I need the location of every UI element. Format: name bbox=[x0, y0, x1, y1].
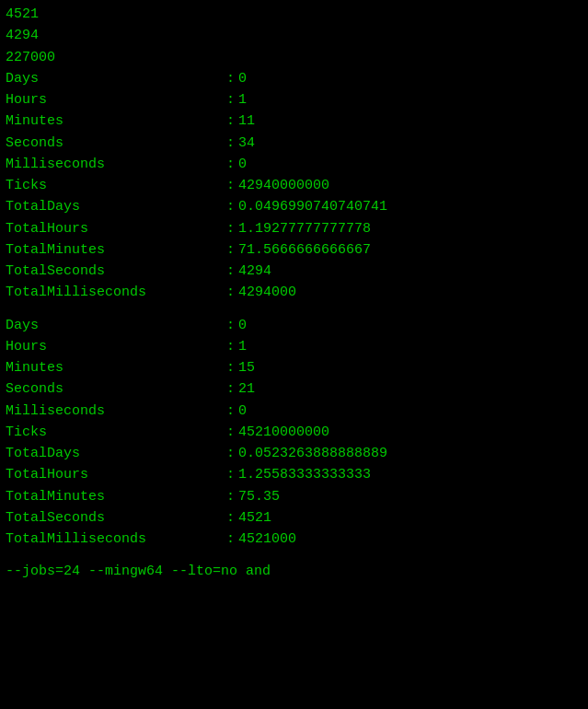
data-row: TotalMilliseconds:4521000 bbox=[6, 529, 582, 550]
row-label: TotalDays bbox=[6, 196, 226, 217]
row-colon: : bbox=[226, 529, 235, 550]
row-colon: : bbox=[226, 261, 235, 282]
data-row: Hours:1 bbox=[6, 336, 582, 357]
row-label: Minutes bbox=[6, 357, 226, 378]
block1: Days:0Hours:1Minutes:11Seconds:34Millise… bbox=[6, 68, 582, 304]
row-value: 42940000000 bbox=[238, 175, 329, 196]
row-label: Ticks bbox=[6, 422, 226, 443]
row-colon: : bbox=[226, 336, 235, 357]
row-colon: : bbox=[226, 133, 235, 154]
row-value: 4521 bbox=[238, 507, 271, 529]
row-value: 11 bbox=[238, 110, 255, 132]
row-value: 4521000 bbox=[238, 529, 296, 550]
row-value: 21 bbox=[238, 378, 255, 400]
row-value: 0 bbox=[238, 401, 247, 422]
row-label: Milliseconds bbox=[6, 401, 226, 422]
data-row: Milliseconds:0 bbox=[6, 401, 582, 422]
row-colon: : bbox=[226, 196, 235, 217]
row-colon: : bbox=[226, 282, 235, 303]
data-row: TotalSeconds:4521 bbox=[6, 507, 582, 529]
row-colon: : bbox=[226, 154, 235, 175]
row-label: Hours bbox=[6, 336, 226, 357]
data-row: Seconds:34 bbox=[6, 133, 582, 154]
data-row: Ticks:42940000000 bbox=[6, 175, 582, 196]
row-value: 1.19277777777778 bbox=[238, 218, 371, 239]
row-colon: : bbox=[226, 443, 235, 464]
row-label: TotalMinutes bbox=[6, 486, 226, 507]
row-colon: : bbox=[226, 239, 235, 261]
row-value: 0.0523263888888889 bbox=[238, 443, 387, 464]
row-label: Ticks bbox=[6, 175, 226, 196]
data-row: Minutes:11 bbox=[6, 110, 582, 132]
data-row: TotalHours:1.19277777777778 bbox=[6, 218, 582, 239]
header-line1: 4521 bbox=[6, 4, 582, 25]
row-label: Minutes bbox=[6, 110, 226, 132]
row-colon: : bbox=[226, 507, 235, 529]
row-label: Days bbox=[6, 68, 226, 89]
row-colon: : bbox=[226, 401, 235, 422]
data-row: Ticks:45210000000 bbox=[6, 422, 582, 443]
row-colon: : bbox=[226, 464, 235, 485]
row-value: 4294 bbox=[238, 261, 271, 282]
row-label: TotalDays bbox=[6, 443, 226, 464]
row-colon: : bbox=[226, 218, 235, 239]
row-value: 15 bbox=[238, 357, 255, 378]
header-line2: 4294 bbox=[6, 25, 582, 46]
data-row: Milliseconds:0 bbox=[6, 154, 582, 175]
row-label: Hours bbox=[6, 89, 226, 110]
row-colon: : bbox=[226, 315, 235, 336]
row-label: TotalMilliseconds bbox=[6, 282, 226, 303]
row-label: TotalHours bbox=[6, 464, 226, 485]
row-label: TotalSeconds bbox=[6, 507, 226, 529]
row-label: TotalHours bbox=[6, 218, 226, 239]
data-row: TotalDays:0.0523263888888889 bbox=[6, 443, 582, 464]
row-value: 1.25583333333333 bbox=[238, 464, 371, 485]
row-value: 75.35 bbox=[238, 486, 280, 507]
row-label: TotalSeconds bbox=[6, 261, 226, 282]
data-row: Days:0 bbox=[6, 315, 582, 336]
header-line3: 227000 bbox=[6, 47, 582, 68]
row-label: Milliseconds bbox=[6, 154, 226, 175]
row-colon: : bbox=[226, 486, 235, 507]
data-row: Days:0 bbox=[6, 68, 582, 89]
row-value: 34 bbox=[238, 133, 255, 154]
data-row: TotalSeconds:4294 bbox=[6, 261, 582, 282]
data-row: Minutes:15 bbox=[6, 357, 582, 378]
row-label: TotalMinutes bbox=[6, 239, 226, 261]
row-colon: : bbox=[226, 110, 235, 132]
row-colon: : bbox=[226, 68, 235, 89]
footer-text: --jobs=24 --mingw64 --lto=no and bbox=[6, 561, 582, 582]
row-colon: : bbox=[226, 89, 235, 110]
row-label: Seconds bbox=[6, 133, 226, 154]
data-row: TotalHours:1.25583333333333 bbox=[6, 464, 582, 485]
row-value: 71.5666666666667 bbox=[238, 239, 371, 261]
row-label: TotalMilliseconds bbox=[6, 529, 226, 550]
data-row: TotalMilliseconds:4294000 bbox=[6, 282, 582, 303]
row-value: 0 bbox=[238, 315, 247, 336]
data-row: TotalDays:0.0496990740740741 bbox=[6, 196, 582, 217]
row-colon: : bbox=[226, 378, 235, 400]
row-value: 45210000000 bbox=[238, 422, 329, 443]
row-value: 1 bbox=[238, 336, 247, 357]
row-label: Seconds bbox=[6, 378, 226, 400]
row-colon: : bbox=[226, 357, 235, 378]
data-row: TotalMinutes:75.35 bbox=[6, 486, 582, 507]
row-value: 0 bbox=[238, 154, 247, 175]
data-row: Seconds:21 bbox=[6, 378, 582, 400]
row-colon: : bbox=[226, 422, 235, 443]
row-label: Days bbox=[6, 315, 226, 336]
block2: Days:0Hours:1Minutes:15Seconds:21Millise… bbox=[6, 315, 582, 551]
row-value: 0 bbox=[238, 68, 247, 89]
row-colon: : bbox=[226, 175, 235, 196]
data-row: Hours:1 bbox=[6, 89, 582, 110]
row-value: 4294000 bbox=[238, 282, 296, 303]
row-value: 1 bbox=[238, 89, 247, 110]
data-row: TotalMinutes:71.5666666666667 bbox=[6, 239, 582, 261]
row-value: 0.0496990740740741 bbox=[238, 196, 387, 217]
